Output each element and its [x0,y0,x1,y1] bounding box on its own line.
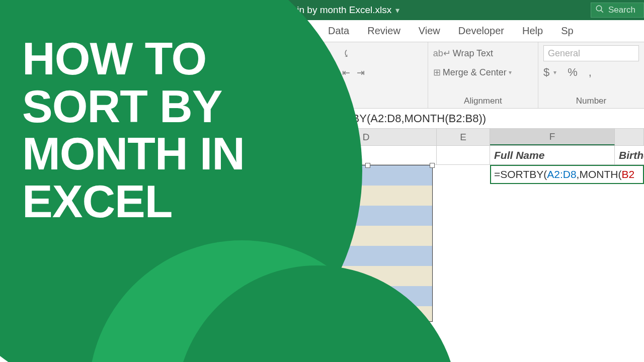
heading-line2: SORT BY [22,81,222,132]
thumbnail-overlay: HOW TO SORT BY MONTH IN EXCEL [0,0,644,362]
heading-line1: HOW TO [22,33,206,84]
heading-line3: MONTH IN [22,128,245,179]
heading-line4: EXCEL [22,176,172,227]
overlay-heading: HOW TO SORT BY MONTH IN EXCEL [22,35,245,226]
